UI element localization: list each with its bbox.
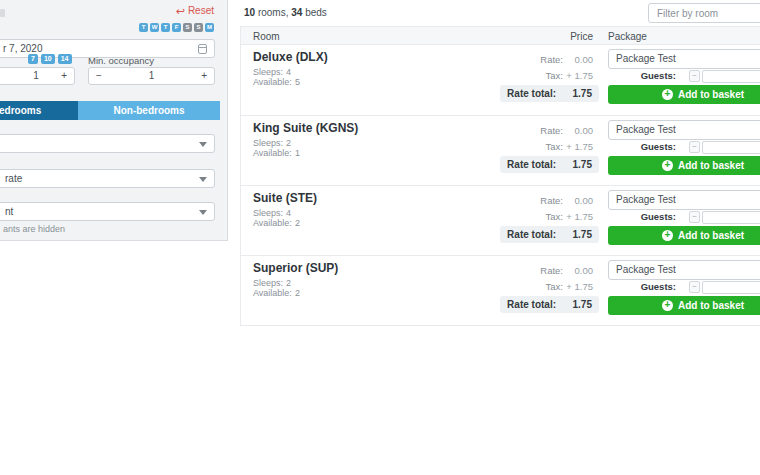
day-toggle-sat[interactable]: S <box>183 23 192 32</box>
nights-stepper[interactable]: − 1 + <box>0 67 75 85</box>
add-to-basket-button[interactable]: + Add to basket <box>608 296 760 315</box>
rate-total-value: 1.75 <box>564 159 592 170</box>
add-to-basket-label: Add to basket <box>678 160 744 171</box>
tax-value: + 1.75 <box>563 281 593 292</box>
package-select[interactable]: Package Test <box>608 49 760 69</box>
rate-value: 0.00 <box>563 195 593 206</box>
available-value: 2 <box>295 218 300 228</box>
package-select-value: Package Test <box>616 121 676 139</box>
sleeps-value: 4 <box>286 208 291 218</box>
nights-preset-7[interactable]: 7 <box>28 54 38 64</box>
tab-bedrooms-label: Bedrooms <box>0 105 41 116</box>
tax-label: Tax: <box>546 211 563 222</box>
guests-minus-button[interactable]: − <box>689 141 700 153</box>
guests-minus-button[interactable]: − <box>689 70 700 82</box>
rate-value: 0.00 <box>563 265 593 276</box>
reset-button[interactable]: ↩ Reset <box>176 5 214 16</box>
filter-dropdown-3[interactable]: nt <box>0 202 215 221</box>
tax-line: Tax:+ 1.75 <box>546 281 593 292</box>
available-value: 2 <box>295 288 300 298</box>
package-select-value: Package Test <box>616 261 676 279</box>
plus-circle-icon: + <box>662 300 673 311</box>
package-select-value: Package Test <box>616 191 676 209</box>
caret-down-icon <box>199 210 207 215</box>
rate-value: 0.00 <box>563 125 593 136</box>
day-toggle-thu[interactable]: T <box>161 23 170 32</box>
plus-circle-icon: + <box>662 89 673 100</box>
guests-label: Guests: <box>641 211 676 222</box>
column-header-package: Package <box>608 31 647 42</box>
available-line: Available:2 <box>253 288 300 298</box>
day-toggle-wed[interactable]: W <box>150 23 159 32</box>
table-row: King Suite (KGNS) Sleeps:2 Available:1 R… <box>241 115 760 185</box>
caret-down-icon <box>199 142 207 147</box>
day-of-week-toggles: T W T F S S M <box>139 23 214 32</box>
guests-input[interactable] <box>702 141 760 154</box>
sleeps-line: Sleeps:4 <box>253 208 291 218</box>
results-summary: 10 rooms, 34 beds <box>244 7 327 18</box>
available-label: Available: <box>253 77 292 87</box>
add-to-basket-button[interactable]: + Add to basket <box>608 85 760 104</box>
sleeps-value: 4 <box>286 67 291 77</box>
filters-sidebar: ↩ Reset T W T F S S M r 7, 2020 7 10 14 … <box>0 0 228 241</box>
column-header-price: Price <box>570 31 593 42</box>
tab-bedrooms[interactable]: Bedrooms <box>0 101 78 120</box>
add-to-basket-button[interactable]: + Add to basket <box>608 156 760 175</box>
filter-dropdown-1[interactable] <box>0 134 215 153</box>
rate-label: Rate: <box>540 125 563 136</box>
rate-total-chip: Rate total:1.75 <box>500 156 599 173</box>
rate-line: Rate:0.00 <box>540 195 593 206</box>
nights-plus-button[interactable]: + <box>61 68 67 84</box>
table-row: Deluxe (DLX) Sleeps:4 Available:5 Rate:0… <box>241 45 760 115</box>
tab-non-bedrooms[interactable]: Non-bedrooms <box>78 101 220 120</box>
rooms-table: Room Price Package Deluxe (DLX) Sleeps:4… <box>240 26 760 326</box>
beds-text: beds <box>302 7 326 18</box>
day-toggle-tue[interactable]: T <box>139 23 148 32</box>
nights-preset-10[interactable]: 10 <box>41 54 55 64</box>
min-occupancy-stepper[interactable]: − 1 + <box>88 67 215 85</box>
results-topbar: 10 rooms, 34 beds <box>240 0 760 26</box>
available-label: Available: <box>253 288 292 298</box>
tax-label: Tax: <box>546 281 563 292</box>
rate-total-label: Rate total: <box>507 299 556 310</box>
tax-value: + 1.75 <box>563 211 593 222</box>
sleeps-line: Sleeps:2 <box>253 138 291 148</box>
reset-label: Reset <box>188 5 214 16</box>
filter-by-room-input[interactable] <box>648 3 760 23</box>
calendar-icon <box>198 44 207 54</box>
guests-minus-button[interactable]: − <box>689 211 700 223</box>
package-select[interactable]: Package Test <box>608 190 760 210</box>
rate-total-value: 1.75 <box>564 229 592 240</box>
day-toggle-fri[interactable]: F <box>172 23 181 32</box>
sleeps-value: 2 <box>286 278 291 288</box>
tax-label: Tax: <box>546 70 563 81</box>
sleeps-line: Sleeps:2 <box>253 278 291 288</box>
package-select[interactable]: Package Test <box>608 120 760 140</box>
day-toggle-sun[interactable]: S <box>194 23 203 32</box>
occupancy-plus-button[interactable]: + <box>201 68 207 84</box>
tax-line: Tax:+ 1.75 <box>546 70 593 81</box>
plus-circle-icon: + <box>662 230 673 241</box>
rate-line: Rate:0.00 <box>540 265 593 276</box>
day-toggle-mon[interactable]: M <box>205 23 214 32</box>
room-name: Superior (SUP) <box>253 261 338 275</box>
plus-circle-icon: + <box>662 160 673 171</box>
package-select[interactable]: Package Test <box>608 260 760 280</box>
nights-preset-14[interactable]: 14 <box>58 54 72 64</box>
guests-input[interactable] <box>702 70 760 83</box>
guests-label: Guests: <box>641 70 676 81</box>
add-to-basket-label: Add to basket <box>678 230 744 241</box>
sleeps-value: 2 <box>286 138 291 148</box>
available-label: Available: <box>253 148 292 158</box>
filter-dropdown-rate[interactable]: rate <box>0 169 215 188</box>
guests-minus-button[interactable]: − <box>689 281 700 293</box>
nights-presets: 7 10 14 <box>28 54 72 64</box>
occupancy-value: 1 <box>89 68 214 84</box>
guests-input[interactable] <box>702 281 760 294</box>
table-row: Suite (STE) Sleeps:4 Available:2 Rate:0.… <box>241 185 760 255</box>
guests-label: Guests: <box>641 281 676 292</box>
rate-line: Rate:0.00 <box>540 125 593 136</box>
available-line: Available:1 <box>253 148 300 158</box>
guests-input[interactable] <box>702 211 760 224</box>
add-to-basket-button[interactable]: + Add to basket <box>608 226 760 245</box>
